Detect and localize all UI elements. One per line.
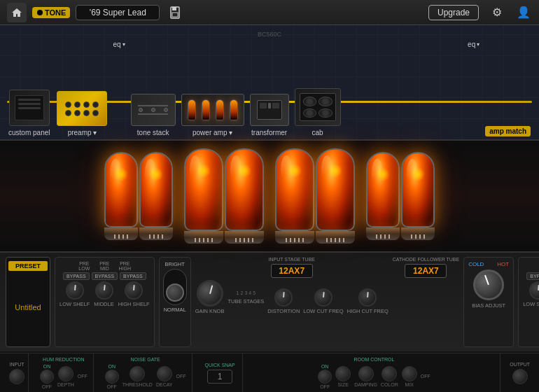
ng-on-label: ON (108, 364, 115, 369)
hum-depth-knob[interactable] (58, 366, 74, 382)
signal-chain-eq-left[interactable]: eq ▾ (113, 41, 125, 48)
bias-adjust-label: BIAS ADJUST (472, 302, 505, 309)
mix-label: MIX (405, 382, 414, 387)
signal-chain-power-amp[interactable]: power amp ▾ (181, 94, 244, 136)
tone-stack-label: tone stack (137, 129, 169, 136)
decay-label: DECAY (156, 382, 173, 387)
cold-label: COLD (468, 261, 484, 267)
hum-depth-label: DEPTH (57, 382, 74, 387)
gain-knob[interactable] (197, 280, 223, 307)
high-shelf-label-left: HIGH SHELF (118, 301, 150, 307)
preamp-tube-pair-right (366, 152, 435, 240)
low-cut-label: LOW CUT FREQ (303, 308, 343, 314)
threshold-knob[interactable] (130, 366, 145, 382)
pre-mid-bypass[interactable]: BYPASS (92, 272, 118, 280)
bottom-section: INPUT HUM REDUCTION ON OFF DEPTH OFF NOI… (0, 353, 539, 392)
hum-reduction-module: HUM REDUCTION ON OFF DEPTH OFF (34, 354, 94, 392)
quick-snap-value[interactable]: 1 (207, 370, 233, 384)
tubes-section (0, 141, 539, 253)
size-label: SIZE (337, 382, 349, 387)
settings-button[interactable]: ⚙ (489, 4, 505, 21)
signal-chain-custom-panel[interactable]: custom panel (8, 90, 50, 136)
home-button[interactable] (7, 3, 27, 22)
pre-high-bypass[interactable]: BYPASS (120, 272, 146, 280)
mix-knob[interactable] (402, 366, 417, 382)
power-amp-label[interactable]: power amp ▾ (192, 129, 232, 136)
preamp-tube-pair-left (104, 152, 173, 240)
output-knob[interactable] (512, 369, 528, 384)
middle-label: MIDDLE (94, 301, 113, 307)
tube-stages-scale: 1 2 3 4 5 TUBE STAGES (227, 290, 264, 314)
save-button[interactable] (165, 3, 185, 22)
hum-reduction-title: HUM REDUCTION (43, 357, 85, 362)
tube-5 (366, 152, 400, 240)
tone-logo: '69 Super Lead TONE (32, 7, 70, 18)
output-module: OUTPUT (506, 354, 533, 392)
distortion-knob[interactable] (274, 288, 293, 307)
input-tube-section: INPUT STAGE TUBE 12AX7 GAIN KNOB 1 2 3 4… (195, 257, 388, 347)
power-tube-1 (184, 148, 223, 244)
amp-match-label[interactable]: amp match (485, 126, 531, 136)
input-tube-display[interactable]: 12AX7 (271, 264, 313, 278)
input-knob[interactable] (9, 369, 24, 384)
hum-on-knob[interactable] (40, 370, 54, 384)
ng-on-knob[interactable] (105, 370, 119, 384)
middle-knob[interactable] (95, 281, 113, 300)
upgrade-button[interactable]: Upgrade (428, 5, 479, 20)
input-label: INPUT (10, 362, 24, 367)
signal-chain-preamp[interactable]: preamp ▾ (57, 91, 107, 136)
preset-button[interactable]: PRESET (8, 261, 48, 271)
cathode-tube-display[interactable]: 12AX7 (405, 264, 447, 278)
gain-knob-label: GAIN KNOB (195, 308, 225, 314)
color-knob[interactable] (382, 366, 397, 382)
eq-left-label[interactable]: eq ▾ (113, 41, 125, 48)
pre-low-bypass[interactable]: BYPASS (63, 272, 90, 280)
tube-stages-label: TUBE STAGES (227, 298, 264, 304)
room-control-module: ROOM CONTROL ON OFF SIZE DAMPING COLOR (248, 354, 501, 392)
signal-chain-tone-stack[interactable]: tone stack (131, 94, 176, 136)
bright-toggle-block: BRIGHT NORMAL (159, 257, 191, 347)
post-low-shelf-knob[interactable] (529, 281, 539, 300)
cab-label: cab (312, 129, 323, 136)
signal-chain: custom panel preamp ▾ (0, 25, 539, 141)
post-low-bypass[interactable]: BYPASS (526, 272, 539, 280)
input-module: INPUT (6, 354, 29, 392)
circuit-chip-label: BC560C (258, 31, 281, 38)
preset-name[interactable]: '69 Super Lead (76, 5, 160, 20)
room-off2-label: OFF (421, 374, 430, 379)
preamp-label[interactable]: preamp ▾ (68, 129, 97, 136)
normal-label: NORMAL (164, 307, 186, 313)
post-low-shelf-label: LOW SHELF (523, 301, 539, 307)
high-cut-knob-col: HIGH CUT FREQ (347, 288, 388, 314)
signal-chain-amp-match[interactable]: amp match (485, 126, 531, 136)
input-tube-title: INPUT STAGE TUBE (268, 257, 315, 262)
decay-knob[interactable] (157, 366, 172, 382)
ng-off2-label: OFF (176, 374, 186, 379)
right-shelf-block: POST LOW POST MID POST HIGH BYPASS BYPAS… (518, 257, 539, 347)
top-bar-left: '69 Super Lead TONE '69 Super Lead (7, 3, 185, 22)
low-shelf-knob[interactable] (66, 281, 84, 300)
signal-chain-cab[interactable]: cab (295, 88, 341, 136)
room-off-label: OFF (320, 384, 330, 389)
tube-6 (401, 152, 435, 240)
hum-off2-label: OFF (78, 374, 88, 379)
high-shelf-knob-left[interactable] (125, 281, 143, 300)
user-button[interactable]: 👤 (515, 4, 532, 21)
power-tube-pair-right (275, 148, 355, 244)
size-knob[interactable] (335, 366, 351, 382)
high-cut-knob[interactable] (358, 288, 377, 307)
bright-toggle[interactable] (163, 269, 187, 305)
signal-chain-eq-right[interactable]: eq ▾ (468, 41, 479, 48)
bias-adjust-knob[interactable] (473, 270, 504, 300)
signal-chain-transformer[interactable]: transformer (250, 94, 289, 136)
svg-rect-3 (172, 13, 178, 17)
low-cut-knob[interactable] (314, 288, 332, 307)
power-tube-pair-left (184, 148, 264, 244)
room-control-title: ROOM CONTROL (354, 357, 394, 362)
room-on-knob[interactable] (318, 370, 332, 384)
distortion-knob-col: DISTORTION (267, 288, 300, 314)
eq-right-label[interactable]: eq ▾ (468, 41, 479, 48)
damping-knob[interactable] (358, 366, 374, 382)
hot-label: HOT (497, 261, 509, 267)
top-bar: '69 Super Lead TONE '69 Super Lead Upgra… (0, 0, 539, 25)
